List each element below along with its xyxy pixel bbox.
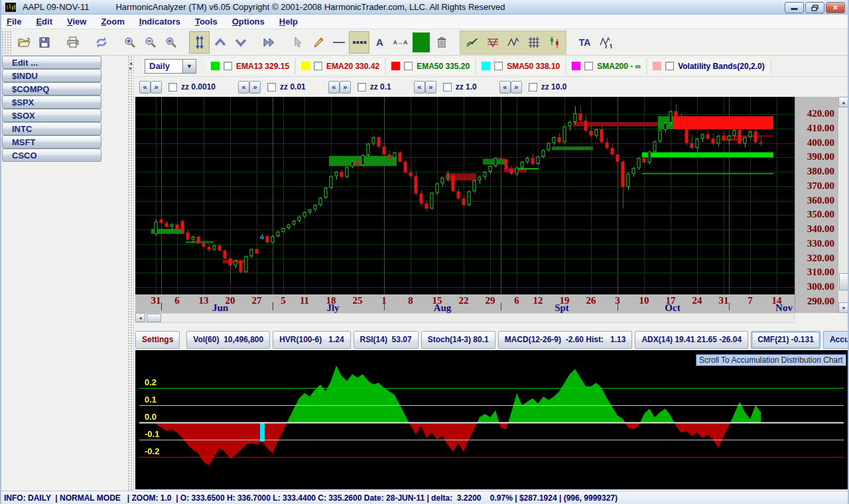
refresh-button[interactable]: [91, 31, 111, 54]
zz-prev-icon[interactable]: «: [139, 81, 151, 94]
sidebar-item-msft[interactable]: MSFT: [2, 135, 101, 149]
trend-lines-icon: [466, 36, 479, 48]
zz-prev-icon[interactable]: «: [499, 81, 511, 94]
restore-button[interactable]: [805, 2, 824, 13]
fibonacci-tool-button[interactable]: [482, 31, 503, 54]
zz-next-icon[interactable]: »: [249, 81, 261, 94]
open-button[interactable]: [13, 31, 34, 54]
scrollbar-left-icon[interactable]: ◄: [135, 313, 145, 322]
sidebar-item-edit[interactable]: Edit ...: [2, 56, 101, 69]
draw-tool-button[interactable]: [308, 31, 328, 54]
line-tool-button[interactable]: [328, 31, 349, 54]
legend-checkbox[interactable]: [584, 62, 593, 70]
menu-file[interactable]: File: [7, 17, 21, 27]
legend-checkbox[interactable]: [494, 62, 503, 70]
zz-checkbox[interactable]: [529, 83, 537, 92]
tab-adx[interactable]: ADX(14) 19.41 21.65 -26.04: [635, 331, 748, 349]
color-swatch-button[interactable]: [411, 31, 431, 54]
status-text: INFO: DAILY | NORMAL MODE | ZOOM: 1.0 | …: [4, 493, 618, 503]
menu-options[interactable]: Options: [232, 17, 265, 27]
zz-label: zz 10.0: [541, 82, 567, 92]
delete-button[interactable]: [431, 31, 452, 54]
grid-toggle-button[interactable]: [523, 31, 544, 54]
zigzag-tool-button[interactable]: [503, 31, 523, 54]
scroll-down-button[interactable]: [230, 31, 251, 54]
sidebar-item-intc[interactable]: INTC: [2, 122, 101, 135]
tab-macd[interactable]: MACD(12-26-9) -2.60 Hist: 1.13: [498, 331, 633, 349]
scrollbar-up-icon[interactable]: ▲: [838, 97, 849, 107]
zoom-reset-button[interactable]: [161, 31, 181, 54]
tab-accum-diss[interactable]: Accum/Diss(20): [823, 331, 849, 349]
horizontal-scroll-thumb[interactable]: [147, 314, 161, 322]
print-button[interactable]: [62, 31, 83, 54]
legend-checkbox[interactable]: [665, 62, 674, 70]
tab-vol[interactable]: Vol(60) 10,496,800: [186, 331, 270, 349]
zz-next-icon[interactable]: »: [151, 81, 162, 94]
sidebar-item-spx[interactable]: $SPX: [2, 95, 101, 109]
fast-forward-button[interactable]: [259, 31, 279, 54]
zoom-out-button[interactable]: [140, 31, 161, 54]
text-tool-button[interactable]: A: [369, 31, 390, 54]
tab-settings[interactable]: Settings: [135, 331, 180, 349]
close-button[interactable]: ✕: [826, 2, 845, 13]
cmf-chart-canvas[interactable]: [135, 350, 849, 489]
period-select[interactable]: Daily: [145, 59, 183, 74]
chevron-down-icon: [234, 38, 247, 47]
legend-checkbox[interactable]: [404, 62, 413, 70]
menu-view[interactable]: View: [67, 17, 86, 27]
pointer-tool-button[interactable]: [287, 31, 308, 54]
ta-button[interactable]: TA: [574, 31, 595, 54]
horizontal-scrollbar[interactable]: ◄: [135, 313, 795, 323]
sidebar-item-sox[interactable]: $SOX: [2, 109, 101, 122]
vertical-scrollbar[interactable]: ▲ ▼: [838, 97, 849, 313]
date-tick: 12: [533, 295, 543, 306]
color-chip: [391, 62, 400, 70]
minimize-button[interactable]: ▬: [785, 2, 804, 13]
legend-checkbox[interactable]: [224, 62, 232, 70]
menu-tools[interactable]: Tools: [195, 17, 218, 27]
text-size-button[interactable]: A→A: [390, 31, 411, 54]
dots-tool-button[interactable]: [349, 31, 369, 54]
sidebar-item-indu[interactable]: $INDU: [2, 69, 101, 82]
splitter-collapse-icon[interactable]: ◂▸: [127, 61, 134, 70]
zz-checkbox[interactable]: [267, 83, 276, 92]
zigzag-group: «»zz 0.01: [238, 81, 306, 94]
period-dropdown-icon[interactable]: ▼: [183, 59, 196, 74]
price-axis[interactable]: 420.00410.00400.00390.00380.00370.00360.…: [795, 97, 838, 313]
zz-checkbox[interactable]: [168, 83, 177, 92]
zz-checkbox[interactable]: [358, 83, 366, 92]
sidebar-splitter[interactable]: ◂▸: [127, 56, 134, 491]
candle-style-button[interactable]: [544, 31, 564, 54]
vertical-scroll-thumb[interactable]: [839, 273, 848, 290]
tab-stoch[interactable]: Stoch(14-3) 80.1: [421, 331, 495, 349]
menu-help[interactable]: Help: [279, 17, 298, 27]
zz-prev-icon[interactable]: «: [414, 81, 425, 94]
zz-next-icon[interactable]: »: [340, 81, 351, 94]
legend-label: EMA13 329.15: [236, 62, 289, 71]
zz-next-icon[interactable]: »: [511, 81, 522, 94]
month-label: Spt: [555, 302, 569, 313]
scroll-up-button[interactable]: [210, 31, 230, 54]
sidebar-item-compq[interactable]: $COMPQ: [2, 82, 101, 95]
sidebar-item-csco[interactable]: CSCO: [2, 149, 101, 162]
candle-scale-button[interactable]: [189, 31, 210, 54]
tab-hvr[interactable]: HVR(100-6) 1.24: [273, 331, 350, 349]
trend-tool-button[interactable]: [462, 31, 482, 54]
menu-zoom[interactable]: Zoom: [101, 17, 124, 27]
scrollbar-down-icon[interactable]: ▼: [838, 302, 849, 313]
tab-cmf[interactable]: CMF(21) -0.131: [751, 331, 820, 349]
zoom-in-button[interactable]: [119, 31, 140, 54]
toolbar-grip[interactable]: [1, 31, 12, 54]
save-button[interactable]: [34, 31, 54, 54]
zz-checkbox[interactable]: [443, 83, 452, 92]
zz-prev-icon[interactable]: «: [238, 81, 249, 94]
zz-next-icon[interactable]: »: [425, 81, 436, 94]
zz-prev-icon[interactable]: «: [328, 81, 340, 94]
harmonic-reset-button[interactable]: [595, 31, 616, 54]
zoom-reset-icon: [165, 36, 177, 48]
menu-edit[interactable]: Edit: [36, 17, 52, 27]
tab-rsi[interactable]: RSI(14) 53.07: [354, 331, 419, 349]
menu-indicators[interactable]: Indicators: [139, 17, 180, 27]
legend-checkbox[interactable]: [314, 62, 322, 70]
price-chart-canvas[interactable]: [135, 97, 795, 294]
